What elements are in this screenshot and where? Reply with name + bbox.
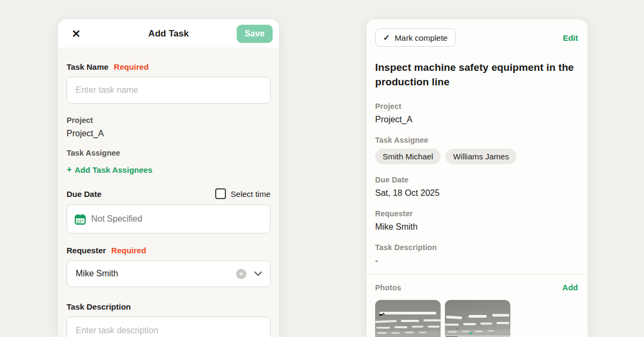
- detail-project-label: Project: [375, 102, 579, 111]
- detail-project-value: Project_A: [375, 115, 579, 124]
- check-icon: ✓: [383, 33, 390, 42]
- close-icon[interactable]: ✕: [69, 26, 84, 41]
- detail-task-description-label: Task Description: [375, 243, 579, 252]
- detail-requester-label: Requester: [375, 209, 579, 218]
- assignee-chip: Williams James: [445, 149, 516, 164]
- edit-link[interactable]: Edit: [563, 33, 579, 42]
- chevron-down-icon: [254, 271, 262, 276]
- task-title: Inspect machine safety equipment in the …: [375, 60, 579, 89]
- calendar-icon: [75, 214, 86, 225]
- detail-due-date-label: Due Date: [375, 175, 579, 184]
- select-time-option[interactable]: Select time: [215, 188, 270, 199]
- modal-body: Task Name Required Project Project_A Tas…: [58, 48, 279, 337]
- add-task-assignees-label: Add Task Assignees: [75, 165, 152, 174]
- select-time-checkbox[interactable]: [215, 188, 226, 199]
- requester-selected-value: Mike Smith: [76, 269, 236, 279]
- requester-select[interactable]: Mike Smith ✕: [67, 260, 270, 287]
- assignee-chip: Smith Michael: [375, 149, 441, 164]
- task-name-label: Task Name: [67, 62, 108, 71]
- add-task-assignees-link[interactable]: + Add Task Assignees: [67, 164, 152, 175]
- add-task-modal: ✕ Add Task Save Task Name Required Proje…: [58, 19, 279, 337]
- detail-task-assignee-label: Task Assignee: [375, 136, 579, 144]
- modal-header: ✕ Add Task Save: [58, 19, 279, 48]
- due-date-input[interactable]: [67, 204, 270, 233]
- requester-label: Requester: [67, 246, 106, 255]
- detail-requester-value: Mike Smith: [375, 222, 579, 232]
- save-button[interactable]: Save: [237, 25, 273, 43]
- detail-due-date-value: Sat, 18 Oct 2025: [375, 188, 579, 198]
- photo-thumbnail[interactable]: [445, 300, 510, 337]
- mark-complete-label: Mark complete: [395, 33, 448, 42]
- task-name-input[interactable]: [67, 77, 270, 104]
- project-label: Project: [67, 116, 270, 124]
- clear-icon[interactable]: ✕: [236, 269, 246, 279]
- add-photo-link[interactable]: Add: [562, 283, 579, 292]
- plus-icon: +: [67, 164, 72, 175]
- task-description-label: Task Description: [67, 302, 131, 311]
- task-detail-panel: ✓ Mark complete Edit Inspect machine saf…: [367, 19, 588, 337]
- section-divider: [367, 274, 588, 274]
- project-value: Project_A: [67, 129, 270, 138]
- due-date-text-input[interactable]: [91, 214, 262, 224]
- due-date-label: Due Date: [67, 189, 101, 199]
- task-description-input[interactable]: [67, 317, 270, 337]
- task-name-required-tag: Required: [114, 62, 149, 71]
- mark-complete-button[interactable]: ✓ Mark complete: [375, 28, 456, 47]
- photos-label: Photos: [375, 283, 401, 292]
- select-time-label: Select time: [231, 189, 270, 199]
- photo-thumbnail[interactable]: [375, 300, 441, 337]
- requester-required-tag: Required: [111, 246, 146, 255]
- detail-task-description-value: -: [375, 256, 579, 266]
- task-assignee-label: Task Assignee: [67, 149, 270, 157]
